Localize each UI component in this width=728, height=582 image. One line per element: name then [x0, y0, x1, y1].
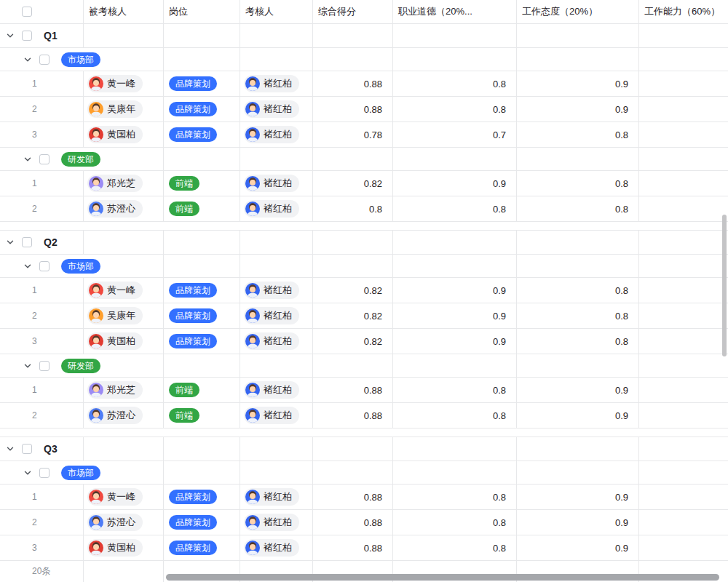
attitude-value: 0.8	[615, 336, 628, 347]
table-row[interactable]: 2苏澄心前端褚红柏0.80.80.8	[0, 196, 728, 222]
assessee-cell: 黄一峰	[84, 485, 164, 510]
assessor-chip[interactable]: 褚红柏	[244, 282, 299, 299]
avatar	[89, 308, 103, 323]
assessor-chip[interactable]: 褚红柏	[244, 307, 299, 324]
attitude-value: 0.8	[615, 204, 628, 215]
chevron-down-icon[interactable]	[6, 445, 15, 453]
assessee-chip[interactable]: 黄一峰	[87, 488, 143, 506]
row-index: 1	[32, 385, 37, 395]
row-index-cell: 3	[0, 535, 84, 561]
assessee-chip[interactable]: 苏澄心	[87, 407, 143, 424]
assessee-cell: 黄一峰	[84, 71, 164, 97]
attitude-cell: 0.8	[517, 122, 639, 148]
attitude-cell: 0.9	[517, 535, 639, 561]
assessor-chip[interactable]: 褚红柏	[244, 407, 299, 424]
ability-cell	[639, 97, 728, 122]
group-row-Q3: Q3	[0, 437, 728, 461]
position-tag: 品牌策划	[169, 541, 217, 555]
table-row[interactable]: 2苏澄心品牌策划褚红柏0.880.80.9	[0, 510, 728, 535]
empty-cell	[164, 231, 240, 255]
checkbox[interactable]	[39, 468, 50, 478]
avatar	[245, 76, 260, 91]
group-label: Q3	[44, 443, 58, 455]
assessee-chip[interactable]: 苏澄心	[87, 514, 143, 531]
checkbox[interactable]	[22, 237, 32, 247]
ethics-cell: 0.8	[393, 196, 517, 222]
empty-cell	[84, 437, 164, 461]
chevron-down-icon[interactable]	[23, 362, 32, 370]
person-name: 郑光芝	[107, 177, 135, 190]
chevron-down-icon[interactable]	[6, 238, 15, 247]
assessor-chip[interactable]: 褚红柏	[244, 488, 299, 506]
table-row[interactable]: 1黄一峰品牌策划褚红柏0.880.80.9	[0, 485, 728, 510]
assessee-cell: 苏澄心	[84, 403, 164, 428]
checkbox[interactable]	[39, 55, 50, 65]
position-tag: 品牌策划	[169, 283, 217, 298]
assessee-chip[interactable]: 黄一峰	[87, 282, 143, 299]
table-row[interactable]: 2吴康年品牌策划褚红柏0.880.80.9	[0, 97, 728, 122]
assessor-chip[interactable]: 褚红柏	[244, 332, 299, 350]
assessee-chip[interactable]: 黄国柏	[87, 332, 143, 350]
horizontal-scrollbar-thumb[interactable]	[166, 574, 719, 581]
table-row[interactable]: 2苏澄心前端褚红柏0.880.80.9	[0, 403, 728, 428]
ethics-value: 0.8	[493, 517, 506, 528]
assessee-chip[interactable]: 黄一峰	[87, 75, 143, 92]
assessor-chip[interactable]: 褚红柏	[244, 175, 299, 192]
assessee-chip[interactable]: 吴康年	[87, 100, 143, 118]
column-title: 考核人	[245, 5, 274, 18]
chevron-down-icon[interactable]	[23, 469, 32, 477]
empty-cell	[393, 231, 517, 255]
group-row-Q2: Q2	[0, 231, 728, 255]
group-spacer	[0, 222, 728, 231]
ethics-cell: 0.8	[393, 510, 517, 535]
assessor-chip[interactable]: 褚红柏	[244, 200, 299, 218]
score-value: 0.82	[364, 336, 382, 347]
checkbox[interactable]	[22, 31, 32, 41]
assessee-cell: 黄国柏	[84, 329, 164, 354]
assessor-cell: 褚红柏	[240, 196, 313, 222]
vertical-scrollbar-thumb[interactable]	[722, 215, 727, 356]
column-title: 工作态度（20%）	[522, 5, 598, 18]
checkbox[interactable]	[39, 154, 50, 164]
table-row[interactable]: 3黄国柏品牌策划褚红柏0.820.90.8	[0, 329, 728, 354]
attitude-value: 0.8	[615, 311, 628, 322]
checkbox[interactable]	[39, 261, 50, 271]
checkbox[interactable]	[22, 444, 32, 454]
column-title: 工作能力（60%）	[644, 5, 720, 18]
table-row[interactable]: 1郑光芝前端褚红柏0.880.80.9	[0, 378, 728, 403]
assessor-cell: 褚红柏	[240, 122, 313, 148]
assessor-cell: 褚红柏	[240, 303, 313, 329]
assessor-chip[interactable]: 褚红柏	[244, 100, 299, 118]
table-row[interactable]: 2吴康年品牌策划褚红柏0.820.90.8	[0, 303, 728, 329]
assessor-chip[interactable]: 褚红柏	[244, 539, 299, 557]
assessee-chip[interactable]: 苏澄心	[87, 200, 143, 218]
chevron-down-icon[interactable]	[23, 155, 32, 164]
assessor-chip[interactable]: 褚红柏	[244, 126, 299, 143]
assessor-chip[interactable]: 褚红柏	[244, 514, 299, 531]
table-row[interactable]: 3黄国柏品牌策划褚红柏0.780.70.8	[0, 122, 728, 148]
avatar	[89, 541, 103, 555]
assessor-chip[interactable]: 褚红柏	[244, 381, 299, 399]
assessee-chip[interactable]: 黄国柏	[87, 539, 143, 557]
chevron-down-icon[interactable]	[23, 262, 32, 271]
table-row[interactable]: 3黄国柏品牌策划褚红柏0.880.80.9	[0, 535, 728, 561]
attitude-cell: 0.9	[517, 378, 639, 403]
chevron-down-icon[interactable]	[6, 31, 15, 40]
person-name: 褚红柏	[264, 516, 292, 529]
assessee-chip[interactable]: 吴康年	[87, 307, 143, 324]
attitude-value: 0.9	[615, 79, 628, 89]
assessor-chip[interactable]: 褚红柏	[244, 75, 299, 92]
attitude-value: 0.9	[615, 104, 628, 115]
attitude-cell: 0.8	[517, 303, 639, 329]
chevron-down-icon[interactable]	[23, 55, 32, 64]
score-value: 0.88	[364, 104, 382, 115]
assessee-chip[interactable]: 郑光芝	[87, 381, 143, 399]
table-row[interactable]: 1郑光芝前端褚红柏0.820.90.8	[0, 171, 728, 196]
checkbox[interactable]	[39, 361, 50, 371]
avatar	[245, 515, 260, 530]
checkbox[interactable]	[22, 7, 32, 17]
table-row[interactable]: 1黄一峰品牌策划褚红柏0.880.80.9	[0, 71, 728, 97]
table-row[interactable]: 1黄一峰品牌策划褚红柏0.820.90.8	[0, 278, 728, 303]
assessee-chip[interactable]: 郑光芝	[87, 175, 143, 192]
assessee-chip[interactable]: 黄国柏	[87, 126, 143, 143]
